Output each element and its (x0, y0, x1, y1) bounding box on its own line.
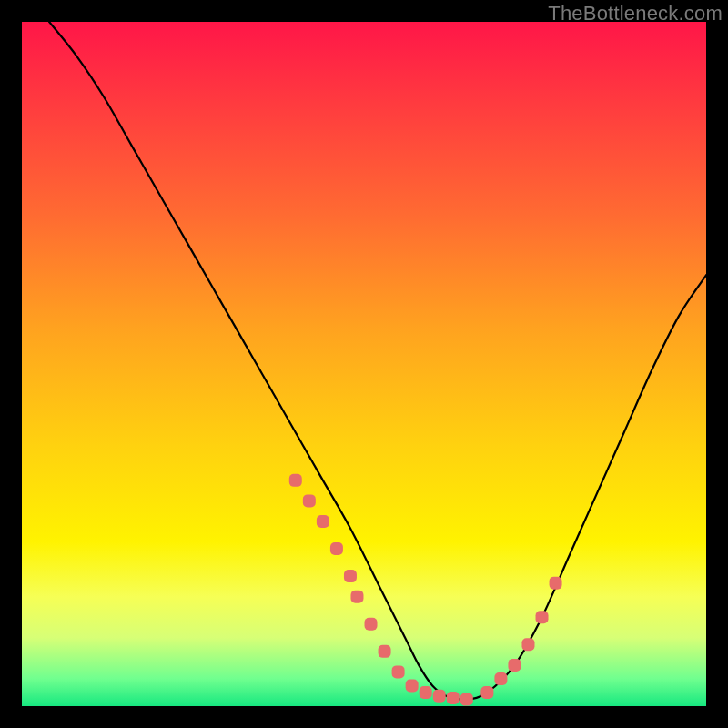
marker-point (289, 474, 302, 487)
gradient-background (22, 22, 706, 706)
marker-point (365, 618, 378, 631)
marker-point (330, 542, 343, 555)
marker-point (447, 692, 460, 704)
marker-point (433, 690, 446, 703)
marker-point (350, 591, 363, 603)
marker-point (392, 665, 405, 678)
marker-point (406, 679, 419, 692)
chart-frame (22, 22, 706, 706)
bottleneck-chart (22, 22, 706, 706)
attribution-label: TheBottleneck.com (548, 2, 723, 25)
marker-point (460, 693, 473, 705)
marker-point (550, 577, 562, 590)
marker-point (317, 515, 329, 528)
marker-point (480, 686, 493, 699)
marker-point (303, 494, 316, 507)
marker-point (536, 611, 549, 623)
marker-point (494, 672, 507, 685)
marker-point (379, 645, 391, 658)
marker-point (344, 570, 357, 582)
marker-point (508, 659, 521, 672)
marker-point (521, 638, 534, 651)
marker-point (420, 686, 432, 699)
